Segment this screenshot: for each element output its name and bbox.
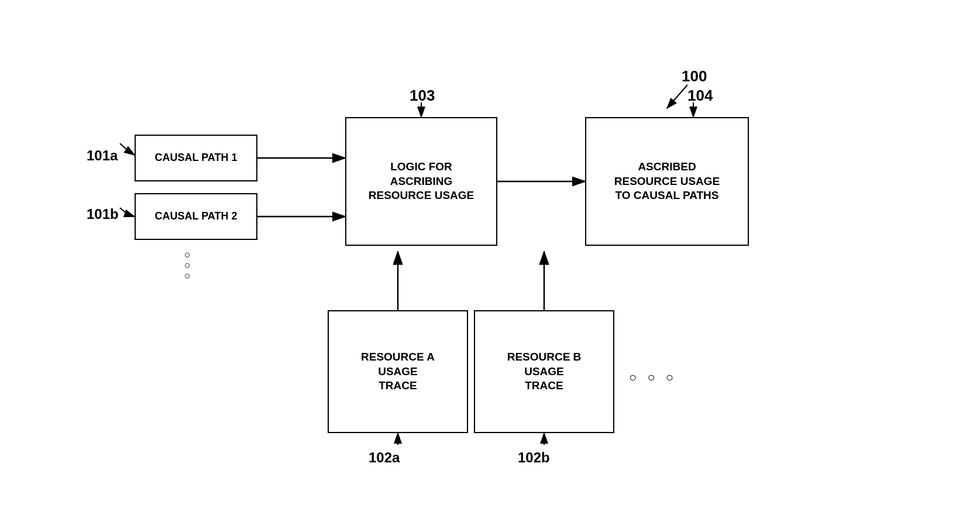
resource-a-label: RESOURCE AUSAGETRACE xyxy=(361,350,435,393)
causal-dots: ○ ○ ○ xyxy=(184,252,192,279)
logic-box: LOGIC FORASCRIBINGRESOURCE USAGE xyxy=(345,117,497,246)
label-101a: 101a xyxy=(87,147,118,164)
resource-dots: ○ ○ ○ xyxy=(629,366,677,389)
label-104: 104 xyxy=(687,87,713,105)
arrows-svg xyxy=(0,0,980,525)
label-101b: 101b xyxy=(87,206,119,222)
label-100: 100 xyxy=(682,67,707,85)
diagram-container: CAUSAL PATH 1 CAUSAL PATH 2 LOGIC FORASC… xyxy=(0,0,980,525)
ascribed-box: ASCRIBEDRESOURCE USAGETO CAUSAL PATHS xyxy=(585,117,749,246)
logic-label: LOGIC FORASCRIBINGRESOURCE USAGE xyxy=(369,160,474,203)
resource-b-label: RESOURCE BUSAGETRACE xyxy=(507,350,582,393)
causal-path-1-box: CAUSAL PATH 1 xyxy=(135,135,257,181)
resource-b-box: RESOURCE BUSAGETRACE xyxy=(474,310,614,433)
causal-path-1-label: CAUSAL PATH 1 xyxy=(154,151,237,164)
label-102b: 102b xyxy=(518,449,550,466)
resource-a-box: RESOURCE AUSAGETRACE xyxy=(328,310,468,433)
ascribed-label: ASCRIBEDRESOURCE USAGETO CAUSAL PATHS xyxy=(614,160,720,203)
causal-path-2-label: CAUSAL PATH 2 xyxy=(154,210,237,223)
label-102a: 102a xyxy=(369,449,400,466)
causal-path-2-box: CAUSAL PATH 2 xyxy=(135,193,257,240)
label-103: 103 xyxy=(410,87,435,105)
